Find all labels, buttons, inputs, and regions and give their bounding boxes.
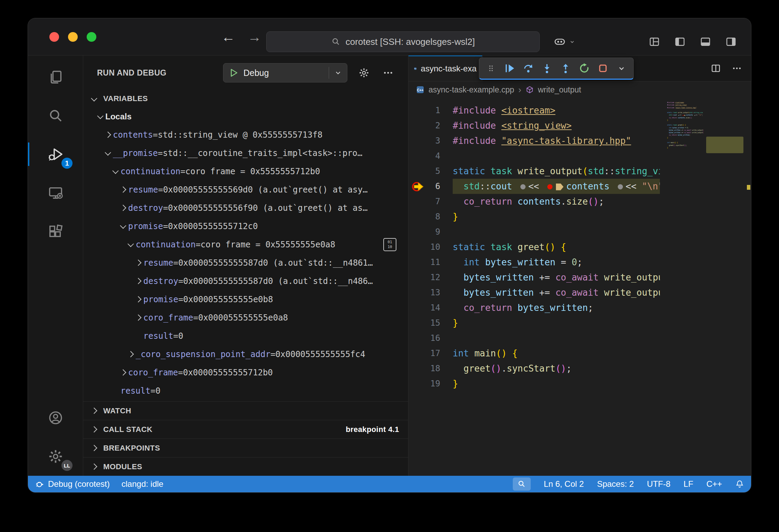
debug-settings-gear-icon[interactable] bbox=[356, 65, 372, 80]
toolbar-drag-handle[interactable] bbox=[483, 60, 499, 77]
line-number[interactable]: 18 bbox=[408, 361, 453, 376]
manage-button[interactable]: LL bbox=[28, 437, 83, 476]
sidebar-item-explorer[interactable] bbox=[28, 58, 83, 96]
debug-toolbar-more-icon[interactable] bbox=[613, 60, 630, 77]
variable-row[interactable]: resume = 0x00005555555569d0 (a.out`greet… bbox=[83, 180, 408, 199]
forward-icon[interactable]: → bbox=[248, 30, 261, 44]
variable-row[interactable]: continuation = coro frame = 0x55555555e0… bbox=[83, 235, 408, 254]
notifications-bell[interactable] bbox=[735, 480, 744, 489]
breadcrumb-item-symbol[interactable]: write_output bbox=[538, 85, 581, 95]
inline-breakpoint-icon[interactable] bbox=[683, 115, 683, 116]
eol-item[interactable]: LF bbox=[684, 479, 693, 489]
line-number[interactable]: 2 bbox=[408, 118, 453, 133]
chevron-right-icon[interactable] bbox=[118, 187, 128, 192]
sidebar-item-extensions[interactable] bbox=[28, 212, 83, 251]
restart-button[interactable] bbox=[576, 60, 593, 77]
close-button[interactable] bbox=[49, 32, 59, 42]
customize-layout-icon[interactable] bbox=[648, 36, 661, 48]
line-number[interactable]: 17 bbox=[408, 346, 453, 361]
line-number[interactable]: 5 bbox=[408, 164, 453, 179]
split-editor-icon[interactable] bbox=[710, 63, 721, 74]
variable-row[interactable]: coro_frame = 0x00005555555712b0 bbox=[83, 363, 408, 382]
more-actions-icon[interactable] bbox=[732, 63, 742, 73]
variable-row[interactable]: resume = 0x00005555555587d0 (a.out`std::… bbox=[83, 254, 408, 272]
variable-row[interactable]: promise = 0x00005555555712c0 bbox=[83, 217, 408, 235]
debug-configuration-dropdown[interactable]: Debug bbox=[223, 63, 347, 82]
maximize-button[interactable] bbox=[87, 32, 96, 42]
breadcrumb-item-file[interactable]: async-task-example.cpp bbox=[429, 85, 514, 95]
start-debug-icon[interactable] bbox=[228, 68, 239, 78]
continue-button[interactable] bbox=[501, 60, 518, 77]
language-mode-item[interactable]: C++ bbox=[706, 479, 722, 489]
clangd-status-item[interactable]: clangd: idle bbox=[122, 479, 163, 489]
variable-row[interactable]: destroy = 0x0000555555556f90 (a.out`gree… bbox=[83, 199, 408, 217]
step-out-button[interactable] bbox=[557, 60, 574, 77]
line-number[interactable]: 15 bbox=[408, 315, 453, 331]
line-number[interactable]: 7 bbox=[408, 194, 453, 209]
chevron-right-icon[interactable] bbox=[133, 297, 143, 302]
indentation-item[interactable]: Spaces: 2 bbox=[597, 479, 634, 489]
chevron-down-icon[interactable] bbox=[334, 69, 342, 77]
logpoint-tag-icon[interactable] bbox=[556, 184, 564, 190]
chevron-right-icon[interactable] bbox=[133, 260, 143, 265]
line-number[interactable]: 3 bbox=[408, 133, 453, 148]
modules-section-header[interactable]: MODULES bbox=[83, 457, 408, 476]
chevron-down-icon[interactable] bbox=[125, 242, 136, 247]
inline-breakpoint-candidate-icon[interactable] bbox=[618, 184, 623, 189]
line-number[interactable]: 1 bbox=[408, 103, 453, 118]
minimap[interactable]: #include <iostream>#include <string_view… bbox=[667, 101, 706, 170]
variable-row[interactable]: continuation = coro frame = 0x5555555712… bbox=[83, 162, 408, 180]
stop-button[interactable] bbox=[595, 60, 611, 77]
inline-breakpoint-icon[interactable] bbox=[547, 184, 552, 189]
line-number[interactable]: 10 bbox=[408, 239, 453, 255]
accounts-button[interactable] bbox=[28, 398, 83, 437]
sidebar-item-run-and-debug[interactable]: 1 bbox=[28, 135, 83, 174]
chevron-right-icon[interactable] bbox=[125, 352, 136, 356]
back-icon[interactable]: ← bbox=[221, 30, 235, 44]
chevron-down-icon[interactable] bbox=[103, 151, 113, 155]
zoom-indicator[interactable] bbox=[513, 477, 531, 491]
breakpoints-section-header[interactable]: BREAKPOINTS bbox=[83, 439, 408, 457]
inline-breakpoint-candidate-icon[interactable] bbox=[678, 115, 679, 116]
chevron-down-icon[interactable] bbox=[118, 224, 128, 228]
line-number[interactable]: 19 bbox=[408, 376, 453, 391]
variable-row[interactable]: promise = 0x000055555555e0b8 bbox=[83, 290, 408, 308]
inline-breakpoint-candidate-icon[interactable] bbox=[694, 115, 695, 116]
tab-async-task-example[interactable]: C++ async-task-exa bbox=[408, 56, 482, 81]
more-actions-icon[interactable] bbox=[381, 65, 396, 80]
line-number[interactable]: 16 bbox=[408, 331, 453, 346]
sidebar-item-remote-explorer[interactable] bbox=[28, 174, 83, 212]
encoding-item[interactable]: UTF-8 bbox=[647, 479, 671, 489]
variables-section-header[interactable]: VARIABLES bbox=[83, 90, 408, 107]
cursor-position-item[interactable]: Ln 6, Col 2 bbox=[544, 479, 584, 489]
line-number[interactable]: 11 bbox=[408, 255, 453, 270]
step-into-button[interactable] bbox=[539, 60, 555, 77]
call-stack-section-header[interactable]: CALL STACK breakpoint 4.1 bbox=[83, 420, 408, 439]
chevron-right-icon[interactable] bbox=[118, 206, 128, 210]
toggle-secondary-sidebar-icon[interactable] bbox=[725, 36, 737, 48]
step-over-button[interactable] bbox=[520, 60, 537, 77]
chevron-right-icon[interactable] bbox=[103, 132, 113, 137]
chevron-right-icon[interactable] bbox=[133, 279, 143, 283]
copilot-menu[interactable] bbox=[554, 36, 576, 48]
variable-row[interactable]: _coro_suspension_point_addr = 0x00005555… bbox=[83, 345, 408, 363]
chevron-down-icon[interactable] bbox=[110, 169, 121, 174]
view-binary-icon[interactable]: 0110 bbox=[383, 238, 396, 251]
command-center[interactable]: corotest [SSH: avogelsges-wsl2] bbox=[266, 31, 540, 52]
watch-section-header[interactable]: WATCH bbox=[83, 401, 408, 420]
variable-row[interactable]: destroy = 0x00005555555587d0 (a.out`std:… bbox=[83, 272, 408, 290]
variable-row[interactable]: coro_frame = 0x000055555555e0a8 bbox=[83, 308, 408, 327]
scope-row[interactable]: Locals bbox=[83, 107, 408, 126]
line-number[interactable]: 13 bbox=[408, 285, 453, 300]
code-editor[interactable]: 1#include <iostream>2#include <string_vi… bbox=[408, 98, 751, 476]
toggle-panel-icon[interactable] bbox=[699, 36, 712, 48]
chevron-right-icon[interactable] bbox=[133, 315, 143, 320]
line-number[interactable]: 12 bbox=[408, 270, 453, 285]
chevron-right-icon[interactable] bbox=[118, 370, 128, 375]
variable-row[interactable]: contents = std::string_view @ 0x55555557… bbox=[83, 126, 408, 144]
line-number[interactable]: 9 bbox=[408, 224, 453, 239]
logpoint-tag-icon[interactable] bbox=[684, 115, 685, 116]
line-number[interactable]: 8 bbox=[408, 209, 453, 224]
debug-status-item[interactable]: Debug (corotest) bbox=[35, 479, 110, 489]
variable-row[interactable]: __promise = std::__coroutine_traits_impl… bbox=[83, 144, 408, 162]
